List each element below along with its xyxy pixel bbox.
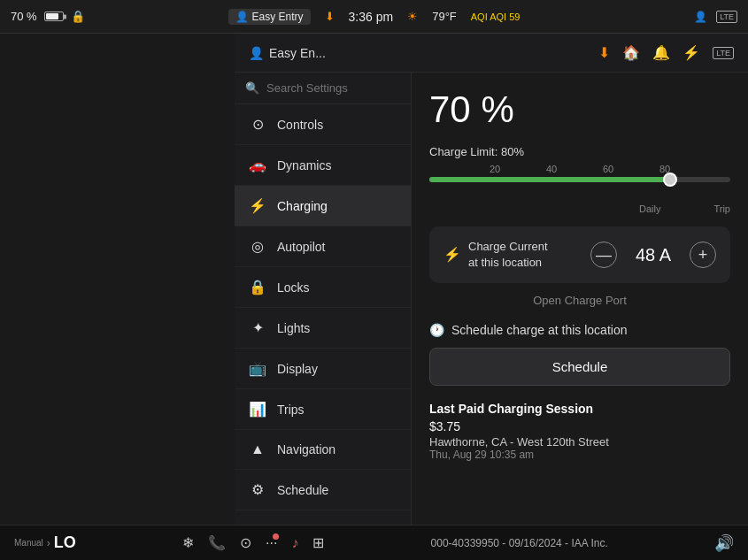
- taskbar-center: 000-40339950 - 09/16/2024 - IAA Inc.: [431, 537, 608, 549]
- easy-entry-header-label: Easy En...: [269, 46, 326, 60]
- easy-entry-label: Easy Entry: [252, 11, 304, 23]
- scale-end: [713, 164, 730, 174]
- dynamics-label: Dynamics: [277, 158, 331, 173]
- decrement-button[interactable]: —: [590, 242, 617, 268]
- nav-items: ⊙ Controls 🚗 Dynamics ⚡ Charging ◎ Autop…: [235, 104, 411, 525]
- taskbar-icons: ❄ 📞 ⊙ ··· ♪ ⊞: [182, 534, 324, 551]
- lights-label: Lights: [277, 321, 310, 335]
- download-header-icon[interactable]: ⬇: [598, 44, 610, 61]
- charge-current-label: ⚡ Charge Current at this location: [443, 239, 559, 271]
- charge-stepper: — 48 A +: [590, 242, 716, 268]
- easy-entry-header: 👤 Easy En...: [249, 46, 326, 60]
- lights-icon: ✦: [249, 319, 266, 336]
- charging-label: Charging: [277, 199, 328, 213]
- navigation-icon: ▲: [249, 441, 266, 457]
- gear-lo-label: LO: [54, 533, 76, 552]
- charge-percent: 70 %: [429, 88, 730, 131]
- sidebar-item-charging[interactable]: ⚡ Charging: [235, 186, 411, 226]
- ac-icon[interactable]: ❄: [182, 534, 194, 551]
- sidebar-item-autopilot[interactable]: ◎ Autopilot: [235, 226, 411, 267]
- status-center: 👤 Easy Entry ⬇ 3:36 pm ☀ 79°F AQI AQI 59: [117, 9, 631, 25]
- battery-icon: [44, 12, 64, 21]
- navigation-label: Navigation: [277, 442, 335, 456]
- status-right: 👤 LTE: [631, 11, 737, 23]
- charge-current-value: 48 A: [631, 245, 675, 265]
- trips-icon: 📊: [249, 401, 266, 418]
- gear-display: Manual › LO: [14, 533, 76, 552]
- temperature: 79°F: [432, 10, 457, 23]
- easy-entry-badge[interactable]: 👤 Easy Entry: [228, 9, 311, 25]
- sidebar-item-trips[interactable]: 📊 Trips: [235, 389, 411, 430]
- settings-nav: 🔍 ⊙ Controls 🚗 Dynamics ⚡ Charging ◎ Aut…: [235, 73, 412, 525]
- controls-icon: ⊙: [249, 116, 266, 133]
- display-label: Display: [277, 362, 318, 376]
- last-paid-amount: $3.75: [429, 419, 730, 433]
- sidebar-item-controls[interactable]: ⊙ Controls: [235, 104, 411, 145]
- clock-icon: 🕐: [429, 323, 444, 337]
- dynamics-icon: 🚗: [249, 157, 266, 173]
- schedule-label: Schedule: [277, 483, 328, 497]
- autopilot-icon: ◎: [249, 238, 266, 255]
- schedule-button[interactable]: Schedule: [429, 348, 730, 386]
- content-area: 70 % Charge Limit: 80% 20 40 60 80 Daily…: [412, 73, 748, 525]
- charge-limit-label: Charge Limit: 80%: [429, 145, 524, 158]
- battery-percent: 70 %: [11, 10, 37, 23]
- home-header-icon[interactable]: 🏠: [622, 44, 640, 61]
- taskbar-left: Manual › LO: [14, 533, 76, 552]
- daily-label: Daily: [639, 203, 660, 214]
- volume-icon[interactable]: 🔊: [714, 533, 734, 553]
- charge-limit-slider[interactable]: [429, 177, 730, 182]
- sidebar-item-safety[interactable]: ◉ Safety: [235, 510, 411, 525]
- profile-icon: 👤: [235, 11, 249, 23]
- sidebar-item-display[interactable]: 📺 Display: [235, 349, 411, 389]
- grid-icon[interactable]: ⊞: [312, 534, 324, 551]
- last-paid-title: Last Paid Charging Session: [429, 402, 730, 416]
- lte-header-indicator: LTE: [713, 47, 734, 59]
- download-icon: ⬇: [325, 10, 335, 23]
- increment-button[interactable]: +: [690, 242, 716, 268]
- gear-manual-label: Manual: [14, 538, 43, 548]
- autopilot-label: Autopilot: [277, 240, 325, 254]
- bell-header-icon[interactable]: 🔔: [652, 44, 670, 61]
- profile-icon-header: 👤: [249, 46, 264, 60]
- schedule-icon: ⚙: [249, 481, 266, 498]
- taskbar: Manual › LO ❄ 📞 ⊙ ··· ♪ ⊞ 000-40339950 -…: [0, 525, 748, 560]
- aqi-badge: AQI AQI 59: [471, 12, 521, 22]
- charge-limit-row: Charge Limit: 80%: [429, 145, 730, 158]
- display-icon: 📺: [249, 360, 266, 377]
- apps-icon[interactable]: ···: [266, 535, 277, 551]
- status-bar: 70 % 🔒 👤 Easy Entry ⬇ 3:36 pm ☀ 79°F AQI…: [0, 0, 748, 34]
- top-header-bar: 👤 Easy En... ⬇ 🏠 🔔 ⚡ LTE: [235, 34, 748, 73]
- phone-icon[interactable]: 📞: [208, 534, 226, 551]
- schedule-charge-label: Schedule charge at this location: [451, 323, 627, 337]
- slider-fill: [429, 177, 670, 182]
- trip-label: Trip: [713, 203, 730, 214]
- open-charge-port-btn[interactable]: Open Charge Port: [429, 294, 730, 307]
- sun-icon: ☀: [407, 10, 418, 23]
- scale-20: 20: [486, 164, 504, 174]
- charge-bolt-icon: ⚡: [443, 245, 461, 265]
- locks-label: Locks: [277, 280, 310, 295]
- slider-thumb[interactable]: [663, 173, 677, 187]
- camera-icon[interactable]: ⊙: [240, 534, 251, 551]
- scale-40: 40: [543, 164, 560, 174]
- controls-label: Controls: [277, 118, 323, 132]
- sidebar-item-locks[interactable]: 🔒 Locks: [235, 267, 411, 308]
- profile-icon-right: 👤: [694, 11, 707, 23]
- search-box: 🔍: [235, 73, 411, 104]
- search-input[interactable]: [266, 81, 412, 95]
- bluetooth-header-icon[interactable]: ⚡: [682, 44, 700, 61]
- charge-current-row: ⚡ Charge Current at this location — 48 A…: [429, 226, 730, 283]
- music-icon[interactable]: ♪: [291, 535, 298, 551]
- sidebar-item-lights[interactable]: ✦ Lights: [235, 308, 411, 349]
- header-icons: ⬇ 🏠 🔔 ⚡ LTE: [598, 44, 734, 61]
- locks-icon: 🔒: [249, 279, 266, 295]
- sidebar-item-dynamics[interactable]: 🚗 Dynamics: [235, 145, 411, 186]
- sidebar-item-navigation[interactable]: ▲ Navigation: [235, 430, 411, 470]
- slider-track: [429, 177, 730, 182]
- device-id: 000-40339950 - 09/16/2024 - IAA Inc.: [431, 537, 608, 549]
- daily-trip-labels: Daily Trip: [429, 203, 730, 214]
- sidebar-item-schedule[interactable]: ⚙ Schedule: [235, 470, 411, 510]
- status-left: 70 % 🔒: [11, 10, 117, 23]
- last-charging-section: Last Paid Charging Session $3.75 Hawthor…: [429, 402, 730, 461]
